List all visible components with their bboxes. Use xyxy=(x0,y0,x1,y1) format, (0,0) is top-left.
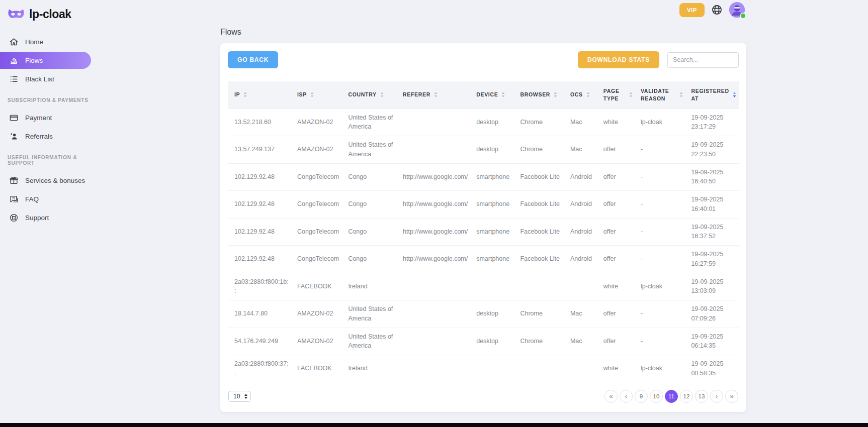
gift-icon xyxy=(9,176,19,185)
pagination-last-button[interactable]: » xyxy=(725,390,738,403)
cell-device: smartphone xyxy=(472,191,516,219)
cell-ip: 13.52.218.60 xyxy=(228,109,293,136)
go-back-button[interactable]: GO BACK xyxy=(228,51,278,68)
col-country[interactable]: COUNTRY xyxy=(344,81,399,109)
sidebar-item-label: Support xyxy=(25,214,49,222)
sidebar-item-flows[interactable]: Flows xyxy=(0,52,91,69)
pagination-next-button[interactable]: › xyxy=(710,390,723,403)
cell-isp: FACEBOOK xyxy=(293,273,344,300)
flows-card: GO BACK DOWNLOAD STATS IP ISP COUNTRY RE… xyxy=(220,43,746,412)
cell-validate-reason: lp-cloak xyxy=(637,109,687,136)
cell-ocs: Android xyxy=(566,218,599,246)
pagination-page-13[interactable]: 13 xyxy=(695,390,708,403)
cell-browser: Facebook Lite xyxy=(516,218,566,246)
cell-referer xyxy=(399,273,472,300)
cell-ocs xyxy=(566,355,599,382)
pagination-page-11-active[interactable]: 11 xyxy=(665,390,678,403)
cell-country: United States of America xyxy=(344,109,399,136)
pagination-first-button[interactable]: « xyxy=(604,390,618,403)
cell-device: smartphone xyxy=(472,246,516,273)
cell-page-type: offer xyxy=(599,163,637,191)
cell-ip: 2a03:2880:f800:37:: xyxy=(228,355,293,382)
cell-isp: AMAZON-02 xyxy=(293,109,344,136)
search-input[interactable] xyxy=(667,52,739,68)
sidebar-section-subscription: SUBSCRIPTION & PAYMENTS xyxy=(0,97,101,103)
sort-icon[interactable] xyxy=(310,92,314,97)
bottom-edge-bar xyxy=(0,423,868,427)
sort-icon[interactable] xyxy=(679,92,683,97)
col-validate-reason[interactable]: VALIDATE REASON xyxy=(637,81,687,109)
cell-page-type: offer xyxy=(599,191,637,219)
sort-icon[interactable] xyxy=(501,92,505,97)
cell-device: desktop xyxy=(472,328,516,355)
col-browser[interactable]: BROWSER xyxy=(516,81,566,109)
blacklist-icon xyxy=(9,74,19,84)
brand-logo[interactable]: lp-cloak xyxy=(0,6,101,22)
support-icon xyxy=(9,213,19,223)
cell-ip: 2a03:2880:f800:1b:: xyxy=(228,273,293,300)
sidebar-item-referrals[interactable]: Referrals xyxy=(0,128,101,145)
cell-registered-at: 19-09-2025 06:14:35 xyxy=(687,328,739,355)
cell-country: United States of America xyxy=(344,328,399,355)
sort-icon[interactable] xyxy=(629,92,633,97)
table-row: 13.57.249.137 AMAZON-02 United States of… xyxy=(228,136,739,164)
cell-ip: 18.144.7.80 xyxy=(228,300,293,328)
sort-icon[interactable] xyxy=(243,92,247,97)
cell-validate-reason: lp-cloak xyxy=(637,355,687,382)
cell-referer xyxy=(399,109,472,136)
cell-registered-at: 19-09-2025 00:58:35 xyxy=(687,355,739,382)
pagination-page-10[interactable]: 10 xyxy=(650,390,663,403)
col-ip[interactable]: IP xyxy=(228,81,293,109)
cell-ocs: Android xyxy=(566,191,599,219)
cell-registered-at: 19-09-2025 16:40:50 xyxy=(687,163,739,191)
col-registered-at[interactable]: REGISTERED AT xyxy=(687,81,739,109)
sidebar-item-services[interactable]: Services & bonuses xyxy=(0,172,101,189)
faq-icon: ?! xyxy=(9,194,19,204)
col-device[interactable]: DEVICE xyxy=(472,81,516,109)
cell-isp: FACEBOOK xyxy=(293,355,344,382)
pagination-prev-button[interactable]: ‹ xyxy=(620,390,633,403)
sort-icon[interactable] xyxy=(554,92,557,97)
cell-validate-reason: - xyxy=(637,218,687,246)
cell-registered-at: 19-09-2025 16:37:52 xyxy=(687,218,739,246)
cell-isp: CongoTelecom xyxy=(293,163,344,191)
cell-validate-reason: - xyxy=(637,163,687,191)
pagination-page-9[interactable]: 9 xyxy=(635,390,648,403)
sidebar-item-black-list[interactable]: Black List xyxy=(0,70,101,87)
sidebar-item-home[interactable]: Home xyxy=(0,33,101,50)
col-page-type[interactable]: PAGE TYPE xyxy=(599,81,637,109)
sidebar-item-payment[interactable]: Payment xyxy=(0,109,101,126)
col-isp[interactable]: ISP xyxy=(293,81,344,109)
page-size-value: 10 xyxy=(233,393,240,400)
sort-icon[interactable] xyxy=(434,92,438,97)
cell-browser: Facebook Lite xyxy=(516,191,566,219)
sort-icon[interactable] xyxy=(586,92,590,97)
referrals-icon xyxy=(9,132,19,141)
sort-icon-active-desc[interactable] xyxy=(733,92,736,97)
home-icon xyxy=(9,37,19,47)
flows-table: IP ISP COUNTRY REFERER DEVICE BROWSER OC… xyxy=(228,81,739,382)
cell-page-type: white xyxy=(599,109,637,136)
sidebar-item-support[interactable]: Support xyxy=(0,209,101,226)
sidebar-item-label: Services & bonuses xyxy=(25,177,85,184)
download-stats-button[interactable]: DOWNLOAD STATS xyxy=(578,51,659,68)
sort-icon[interactable] xyxy=(380,92,384,97)
cell-page-type: offer xyxy=(599,246,637,273)
cell-ocs: Android xyxy=(566,163,599,191)
cell-isp: AMAZON-02 xyxy=(293,136,344,164)
cell-country: Congo xyxy=(344,246,399,273)
cell-device xyxy=(472,273,516,300)
cell-isp: CongoTelecom xyxy=(293,218,344,246)
cell-browser: Chrome xyxy=(516,300,566,328)
cell-isp: AMAZON-02 xyxy=(293,300,344,328)
col-referer[interactable]: REFERER xyxy=(399,81,472,109)
cell-registered-at: 19-09-2025 16:40:01 xyxy=(687,191,739,219)
brand-name: lp-cloak xyxy=(29,8,71,21)
cell-device: desktop xyxy=(472,136,516,164)
sidebar-item-faq[interactable]: ?! FAQ xyxy=(0,190,101,207)
cell-page-type: offer xyxy=(599,300,637,328)
page-size-select[interactable]: 10 xyxy=(228,391,251,402)
col-ocs[interactable]: OCS xyxy=(566,81,599,109)
pagination-page-12[interactable]: 12 xyxy=(680,390,693,403)
cell-isp: AMAZON-02 xyxy=(293,328,344,355)
